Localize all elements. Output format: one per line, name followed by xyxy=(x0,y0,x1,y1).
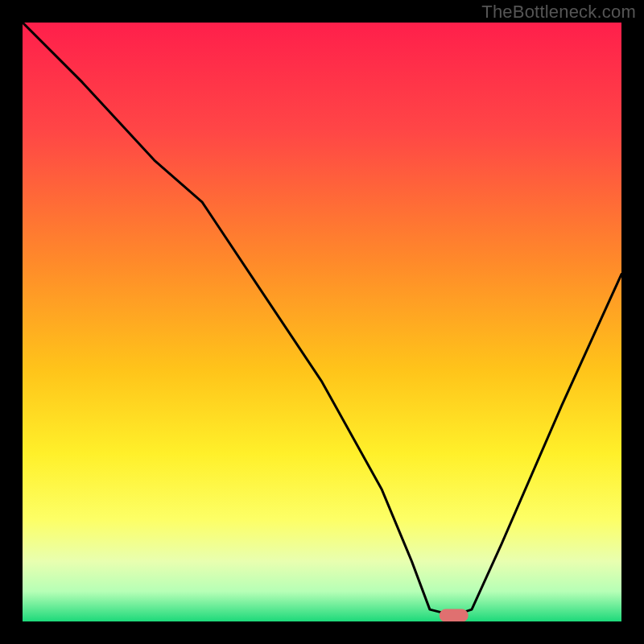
optimal-marker xyxy=(440,609,469,621)
chart-frame: TheBottleneck.com xyxy=(0,0,644,644)
chart-svg xyxy=(23,23,621,621)
gradient-background xyxy=(23,23,621,621)
watermark-text: TheBottleneck.com xyxy=(481,2,636,23)
plot-area xyxy=(23,23,621,621)
